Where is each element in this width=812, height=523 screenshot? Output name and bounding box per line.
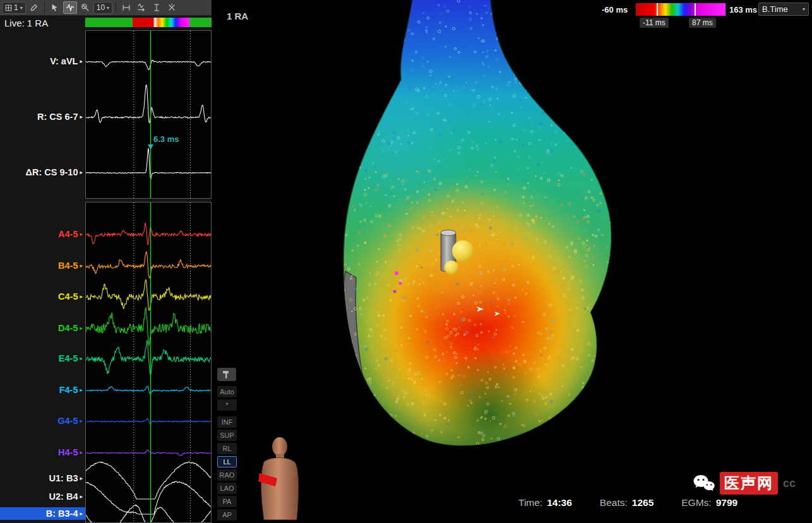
wechat-icon [693,474,715,492]
magnifier-wave-icon [81,3,90,12]
trace-expand-icon[interactable]: ▸ [80,262,83,269]
trace-expand-icon[interactable]: ▸ [80,449,83,455]
caliper-horizontal-button[interactable] [119,1,133,14]
reference-traces-box[interactable]: 6.3 ms [85,30,212,199]
map-mode-select[interactable]: B.Time ▾ [758,3,809,16]
view-button-auto[interactable]: Auto [217,386,237,397]
view-button-sup[interactable]: SUP [217,430,237,441]
trace-expand-icon[interactable]: ▸ [80,325,83,331]
trace-expand-icon[interactable]: ▸ [80,475,83,481]
patient-orientation-figure[interactable] [256,437,302,523]
sweep-window[interactable] [133,18,189,27]
page-select-value: 1 [14,3,18,12]
map-3d-view[interactable]: 1 RA -60 ms 163 ms -11 ms 87 ms B.Time ▾… [212,0,812,523]
beats-value: 1265 [632,497,654,508]
trace-label-text: C4-5 [58,291,78,302]
trace-label-text: B4-5 [58,261,78,271]
view-button-ap[interactable]: AP [217,509,237,520]
trace-label-text: E4-5 [59,353,78,363]
trace-expand-icon[interactable]: ▸ [80,169,83,175]
sweep-speed-value: 10 [97,3,105,12]
toolbar-separator [44,2,45,13]
colorbar-min-label: -60 ms [602,5,628,15]
trace-label-text: B: B3-4 [46,508,78,519]
trace-label-a4-5[interactable]: A4-5▸ [0,228,83,240]
waveform-tool-button[interactable] [63,1,77,14]
caliper-vertical-icon [152,3,161,12]
wave-measure-tool-button[interactable] [134,1,148,14]
caliper-remove-button[interactable] [165,1,179,14]
colorbar-low-value: -11 ms [640,18,669,28]
colorbar-high-marker[interactable] [695,3,696,16]
waveform-icon [66,3,75,12]
ecg-panel: 1 ▾ 10 ▾ [0,0,212,523]
trace-label-text: A4-5 [58,229,78,239]
trace-label-text: D4-5 [58,323,78,333]
time-value: 14:36 [547,497,572,508]
trace-label-e4-5[interactable]: E4-5▸ [0,352,83,365]
map-view-title: 1 RA [227,11,248,21]
view-button-lao[interactable]: LAO [217,483,237,494]
page-select[interactable]: 1 ▾ [2,2,26,14]
colorbar-max-label: 163 ms [729,5,757,15]
status-time: Time: 14:36 [518,497,572,508]
view-button-pa[interactable]: PA [217,496,237,507]
live-map-label: Live: 1 RA [4,18,48,28]
pointer-icon [51,3,59,12]
annotate-tool-button[interactable] [27,1,41,14]
map-mode-value: B.Time [762,4,788,14]
trace-label-b4-5[interactable]: B4-5▸ [0,259,83,272]
egms-label: EGMs: [681,497,711,508]
watermark-text: 医声网 [720,472,778,495]
trace-expand-icon[interactable]: ▸ [80,293,83,300]
trace-label-text: U2: B4 [49,491,78,502]
trace-label-g4-5[interactable]: G4-5▸ [0,414,83,427]
trace-label-d4-5[interactable]: D4-5▸ [0,322,83,334]
sweep-speed-select[interactable]: 10 ▾ [93,2,112,14]
view-button-rl[interactable]: RL [217,443,237,454]
app-root: 1 ▾ 10 ▾ [0,0,812,523]
trace-expand-icon[interactable]: ▸ [80,510,83,517]
trace-label-v-avl[interactable]: V: aVL▸ [0,55,83,68]
caliper-remove-icon [167,3,176,12]
egms-value: 9799 [716,497,737,508]
main-toolbar: 1 ▾ 10 ▾ [0,0,212,16]
map-status-bar: Time: 14:36 Beats: 1265 EGMs: 9799 [518,497,737,508]
trace-expand-icon[interactable]: ▸ [80,387,83,393]
hammer-icon [222,370,232,379]
trace-label-h4-5[interactable]: H4-5▸ [0,446,83,459]
view-button-rao[interactable]: RAO [217,469,237,481]
trace-label-r-cs-6-7[interactable]: R: CS 6-7▸ [0,110,83,123]
colorbar-high-value: 87 ms [689,18,716,28]
mapping-ball [452,240,474,262]
trace-label-b-b3-4[interactable]: B: B3-4▸ [0,507,85,520]
mapping-traces-box[interactable] [85,202,212,523]
pencil-icon [30,3,39,12]
trace-label-f4-5[interactable]: F4-5▸ [0,384,83,396]
colorbar-low-marker[interactable] [657,3,658,16]
trace-label-u1-b3[interactable]: U1: B3▸ [0,472,83,485]
view-button-ll[interactable]: LL [217,456,237,467]
caliper-vertical-button[interactable] [150,1,164,14]
trace-label-c4-5[interactable]: C4-5▸ [0,290,83,303]
pointer-tool-button[interactable] [48,1,62,14]
view-button-inf[interactable]: INF [217,416,237,428]
trace-expand-icon[interactable]: ▸ [80,231,83,237]
sweep-bar[interactable] [85,18,212,27]
trace-expand-icon[interactable]: ▸ [80,355,83,361]
trace-label-r-cs-9-10[interactable]: ΔR: CS 9-10▸ [0,166,83,179]
view-button-star[interactable]: * [217,399,237,411]
caret-down-icon: ▾ [20,5,23,11]
trace-expand-icon[interactable]: ▸ [80,114,83,120]
caret-down-icon: ▾ [107,5,109,11]
trace-label-u2-b4[interactable]: U2: B4▸ [0,490,83,503]
status-egms: EGMs: 9799 [681,497,737,508]
wave-zoom-tool-button[interactable] [78,1,92,14]
watermark: 医声网 cc [693,472,796,495]
trace-expand-icon[interactable]: ▸ [80,58,83,64]
status-beats: Beats: 1265 [600,497,654,508]
sculpt-tool-button[interactable] [217,368,236,381]
trace-expand-icon[interactable]: ▸ [80,418,83,424]
trace-expand-icon[interactable]: ▸ [80,493,83,500]
colorbar[interactable] [636,3,725,16]
